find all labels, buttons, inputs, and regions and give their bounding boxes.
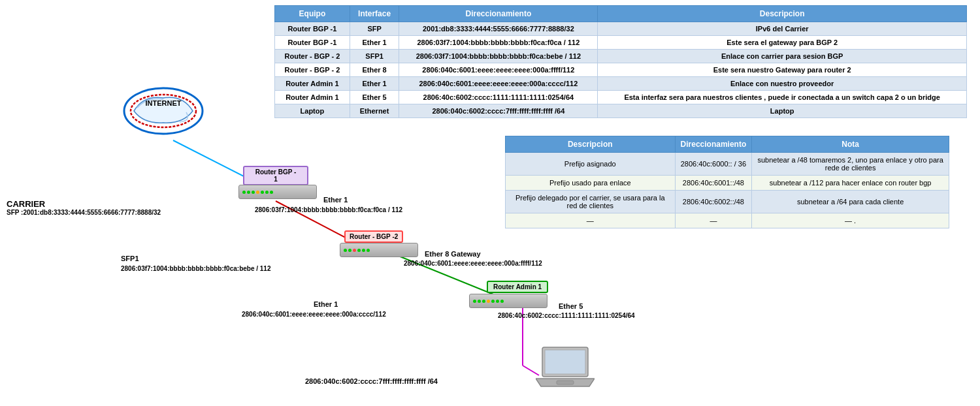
admin1-ether5-label: Ether 5 [559,302,583,310]
second-cell-0-0: Prefijo asignado [506,153,676,176]
table-cell-5-3: Esta interfaz sera para nuestros cliente… [598,91,967,104]
second-cell-3-2: — . [752,213,949,228]
second-table-row: Prefijo asignado2806:40c:6000:: / 36subn… [506,153,949,176]
table-cell-6-1: Ethernet [350,104,399,118]
second-cell-3-0: — [506,213,676,228]
carrier-sfp: SFP :2001:db8:3333:4444:5555:6666:7777:8… [7,209,161,216]
second-table: Descripcion Direccionamiento Nota Prefij… [505,136,949,228]
router-bgp2-label: Router - BGP -2 [344,230,403,243]
table-cell-1-0: Router BGP -1 [275,36,350,50]
table-cell-0-3: IPv6 del Carrier [598,22,967,36]
laptop-addr: 2806:040c:6002:cccc:7fff:ffff:ffff:ffff … [305,377,438,385]
col-header-descripcion: Descripcion [598,6,967,22]
svg-rect-9 [557,381,574,384]
table-cell-0-1: SFP [350,22,399,36]
second-cell-2-1: 2806:40c:6002::/48 [675,191,752,213]
table-row: Router Admin 1Ether 12806:040c:6001:eeee… [275,77,967,91]
table-cell-6-2: 2806:040c:6002:cccc:7fff:ffff:ffff:ffff … [399,104,598,118]
table-cell-4-1: Ether 1 [350,77,399,91]
router-bgp1-dots [242,191,273,194]
bgp2-sfp1-label: SFP1 [121,255,139,262]
carrier-block: CARRIER SFP :2001:db8:3333:4444:5555:666… [7,199,161,216]
table-cell-2-2: 2806:03f7:1004:bbbb:bbbb:bbbb:f0ca:bebe … [399,50,598,63]
admin1-ether5-addr: 2806:40c:6002:cccc:1111:1111:1111:0254/6… [498,312,635,319]
col-header-equipo: Equipo [275,6,350,22]
second-cell-2-2: subnetear a /64 para cada cliente [752,191,949,213]
second-table-row: Prefijo delegado por el carrier, se usar… [506,191,949,213]
second-table-row: ——— . [506,213,949,228]
carrier-label: CARRIER [7,199,161,209]
table-cell-6-3: Laptop [598,104,967,118]
main-table: Equipo Interface Direccionamiento Descri… [274,5,967,118]
col2-header-nota: Nota [752,136,949,153]
table-cell-2-0: Router - BGP - 2 [275,50,350,63]
table-cell-2-3: Enlace con carrier para sesion BGP [598,50,967,63]
table-cell-6-0: Laptop [275,104,350,118]
table-cell-4-3: Enlace con nuestro proveedor [598,77,967,91]
table-cell-4-2: 2806:040c:6001:eeee:eeee:eeee:000a:cccc/… [399,77,598,91]
router-bgp2-dots [344,249,370,252]
table-cell-3-2: 2806:040c:6001:eeee:eeee:eeee:000a:ffff/… [399,63,598,77]
table-cell-4-0: Router Admin 1 [275,77,350,91]
table-cell-1-1: Ether 1 [350,36,399,50]
second-cell-1-1: 2806:40c:6001::/48 [675,176,752,191]
router-bgp1-label: Router BGP -1 [243,166,308,185]
second-cell-1-0: Prefijo usado para enlace [506,176,676,191]
bgp1-ether1-addr: 2806:03f7:1004:bbbb:bbbb:bbbb:f0ca:f0ca … [255,206,402,213]
table-cell-5-2: 2806:40c:6002:cccc:1111:1111:1111:0254/6… [399,91,598,104]
table-cell-2-1: SFP1 [350,50,399,63]
table-row: Router Admin 1Ether 52806:40c:6002:cccc:… [275,91,967,104]
laptop-icon [536,346,595,390]
router-bgp1-device [238,185,317,199]
table-cell-0-0: Router BGP -1 [275,22,350,36]
second-table-row: Prefijo usado para enlace2806:40c:6001::… [506,176,949,191]
table-cell-5-0: Router Admin 1 [275,91,350,104]
internet-cloud: INTERNET [121,85,206,137]
table-row: Router BGP -1SFP2001:db8:3333:4444:5555:… [275,22,967,36]
bgp1-ether1-label: Ether 1 [323,196,348,204]
col-header-direccionamiento: Direccionamiento [399,6,598,22]
second-cell-0-2: subnetear a /48 tomaremos 2, uno para en… [752,153,949,176]
table-cell-3-3: Este sera nuestro Gateway para router 2 [598,63,967,77]
bgp2-ether8-label: Ether 8 Gateway [425,250,481,258]
bgp2-sfp1-addr: 2806:03f7:1004:bbbb:bbbb:bbbb:f0ca:bebe … [121,265,271,272]
admin1-ether1-addr: 2806:040c:6001:eeee:eeee:eeee:000a:cccc/… [242,311,386,318]
svg-rect-8 [545,350,585,374]
col2-header-direccionamiento: Direccionamiento [675,136,752,153]
router-admin1-label-box: Router Admin 1 [487,281,548,293]
admin1-ether1-label: Ether 1 [314,300,338,308]
second-cell-2-0: Prefijo delegado por el carrier, se usar… [506,191,676,213]
table-cell-3-1: Ether 8 [350,63,399,77]
table-cell-1-3: Este sera el gateway para BGP 2 [598,36,967,50]
table-cell-0-2: 2001:db8:3333:4444:5555:6666:7777:8888/3… [399,22,598,36]
table-cell-3-0: Router - BGP - 2 [275,63,350,77]
second-cell-3-1: — [675,213,752,228]
second-cell-0-1: 2806:40c:6000:: / 36 [675,153,752,176]
router-admin1-dots [473,300,504,303]
table-row: Router BGP -1Ether 12806:03f7:1004:bbbb:… [275,36,967,50]
table-row: LaptopEthernet2806:040c:6002:cccc:7fff:f… [275,104,967,118]
second-cell-1-2: subnetear a /112 para hacer enlace con r… [752,176,949,191]
col2-header-descripcion: Descripcion [506,136,676,153]
table-cell-5-1: Ether 5 [350,91,399,104]
table-row: Router - BGP - 2Ether 82806:040c:6001:ee… [275,63,967,77]
router-bgp2-device [340,243,418,257]
table-row: Router - BGP - 2SFP12806:03f7:1004:bbbb:… [275,50,967,63]
col-header-interface: Interface [350,6,399,22]
bgp2-ether8-addr: 2806:040c:6001:eeee:eeee:eeee:000a:ffff/… [404,260,542,267]
cloud-svg [121,85,206,137]
table-cell-1-2: 2806:03f7:1004:bbbb:bbbb:bbbb:f0ca:f0ca … [399,36,598,50]
router-admin1-device [469,294,547,308]
internet-label: INTERNET [121,99,206,107]
